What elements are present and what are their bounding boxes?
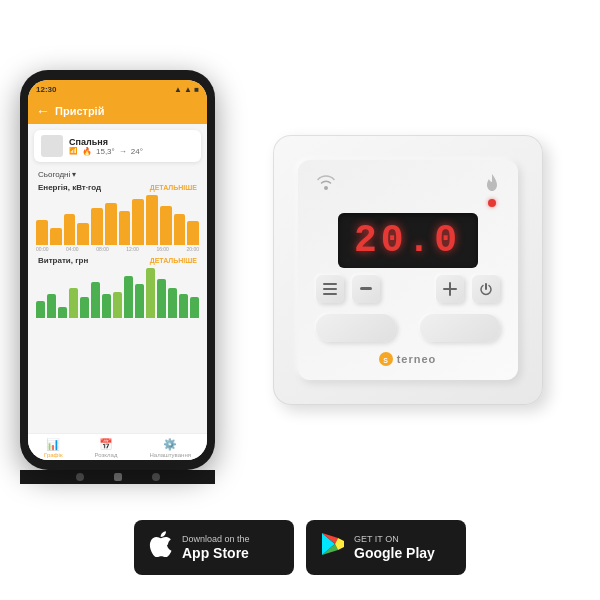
bar [132, 199, 144, 245]
thermostat-device: 20.0 [298, 160, 518, 380]
phone-screen: 12:30 ▲ ▲ ■ ← Пристрій Спальня 📶 🔥 [28, 80, 207, 460]
target-temp: 24° [131, 147, 143, 156]
phone-mockup: 12:30 ▲ ▲ ■ ← Пристрій Спальня 📶 🔥 [20, 70, 215, 470]
nav-item-schedule[interactable]: 📅 Розклад [95, 438, 118, 458]
time-label: 08:00 [96, 246, 109, 252]
today-label: Сьогодні ▾ [38, 170, 77, 179]
room-card[interactable]: Спальня 📶 🔥 15,3° → 24° [34, 130, 201, 162]
energy-chart-labels: 00:00 04:00 08:00 12:00 16:00 20:00 [36, 245, 199, 253]
power-button[interactable] [472, 275, 500, 303]
temp-arrow: → [119, 147, 127, 156]
flame-icon-thermo [484, 174, 500, 197]
googleplay-main: Google Play [354, 545, 435, 562]
plus-button[interactable] [436, 275, 464, 303]
phone-title: Пристрій [55, 105, 104, 117]
nav-dot-back [76, 473, 84, 481]
bar [160, 206, 172, 245]
red-dot [488, 199, 496, 207]
cost-details-link[interactable]: ДЕТАЛЬНІШЕ [150, 257, 197, 264]
bar [146, 195, 158, 245]
bar [187, 221, 199, 245]
room-name: Спальня [69, 137, 194, 147]
graph-icon: 📊 [46, 438, 60, 451]
room-info: Спальня 📶 🔥 15,3° → 24° [69, 137, 194, 156]
bar [69, 288, 78, 318]
bar [58, 307, 67, 318]
bar [119, 211, 131, 245]
bar [102, 294, 111, 318]
nav-item-settings[interactable]: ⚙️ Налаштування [149, 438, 190, 458]
menu-button[interactable] [316, 275, 344, 303]
nav-item-graph[interactable]: 📊 Графік [44, 438, 62, 458]
settings-icon: ⚙️ [163, 438, 177, 451]
bar [77, 223, 89, 246]
left-large-button[interactable] [316, 314, 396, 342]
nav-dot-recent [152, 473, 160, 481]
googleplay-icon [320, 531, 346, 564]
phone-body: 12:30 ▲ ▲ ■ ← Пристрій Спальня 📶 🔥 [20, 70, 215, 470]
right-controls [436, 275, 500, 303]
bar [91, 208, 103, 246]
nav-label-settings: Налаштування [149, 452, 190, 458]
energy-bar-chart [36, 195, 199, 245]
apple-icon [148, 531, 174, 564]
googleplay-badge[interactable]: GET IT ON Google Play [306, 520, 466, 575]
time-label: 20:00 [186, 246, 199, 252]
room-temp-row: 📶 🔥 15,3° → 24° [69, 147, 194, 156]
bar [168, 288, 177, 318]
time-label: 16:00 [156, 246, 169, 252]
cost-chart [28, 265, 207, 327]
thermostat-wrapper: 20.0 [235, 135, 580, 405]
phone-header: ← Пристрій [28, 98, 207, 124]
thermo-btn-row [316, 314, 500, 342]
appstore-badge[interactable]: Download on the App Store [134, 520, 294, 575]
bar [179, 294, 188, 318]
nav-label-schedule: Розклад [95, 452, 118, 458]
thermostat-brand: S terneo [379, 352, 437, 366]
bar [157, 279, 166, 318]
status-icons: ▲ ▲ ■ [174, 85, 199, 94]
bar [113, 292, 122, 318]
svg-rect-3 [360, 287, 372, 290]
bar [190, 297, 199, 318]
temperature-value: 20.0 [354, 219, 461, 262]
appstore-sub: Download on the [182, 534, 250, 545]
left-controls [316, 275, 380, 303]
today-row[interactable]: Сьогодні ▾ [28, 168, 207, 181]
right-large-button[interactable] [420, 314, 500, 342]
appstore-main: App Store [182, 545, 250, 562]
bar [91, 282, 100, 318]
googleplay-sub: GET IT ON [354, 534, 435, 545]
back-arrow[interactable]: ← [36, 103, 50, 119]
cost-bar-chart [36, 268, 199, 318]
brand-name: terneo [397, 353, 437, 365]
bar [174, 214, 186, 245]
phone-nav-dots [20, 470, 215, 484]
bar [105, 203, 117, 246]
bar [47, 294, 56, 318]
googleplay-text: GET IT ON Google Play [354, 534, 435, 562]
bottom-nav: 📊 Графік 📅 Розклад ⚙️ Налаштування [28, 433, 207, 460]
cost-section-header: Витрати, грн ДЕТАЛЬНІШЕ [28, 254, 207, 265]
energy-details-link[interactable]: ДЕТАЛЬНІШЕ [150, 184, 197, 191]
svg-rect-0 [323, 283, 337, 285]
thermo-controls-row [316, 275, 500, 303]
phone-status-bar: 12:30 ▲ ▲ ■ [28, 80, 207, 98]
svg-rect-2 [323, 293, 337, 295]
schedule-icon: 📅 [99, 438, 113, 451]
time-label: 04:00 [66, 246, 79, 252]
energy-label: Енергія, кВт·год [38, 183, 101, 192]
room-thumbnail [41, 135, 63, 157]
bar [50, 228, 62, 246]
main-content: 12:30 ▲ ▲ ■ ← Пристрій Спальня 📶 🔥 [20, 20, 580, 520]
flame-icon-small: 🔥 [82, 147, 92, 156]
bar [146, 268, 155, 318]
thermostat-plate: 20.0 [273, 135, 543, 405]
minus-button[interactable] [352, 275, 380, 303]
current-temp: 15,3° [96, 147, 115, 156]
svg-rect-1 [323, 288, 337, 290]
temperature-display: 20.0 [338, 213, 478, 268]
bar [36, 220, 48, 245]
svg-rect-5 [443, 288, 457, 290]
energy-section-header: Енергія, кВт·год ДЕТАЛЬНІШЕ [28, 181, 207, 192]
